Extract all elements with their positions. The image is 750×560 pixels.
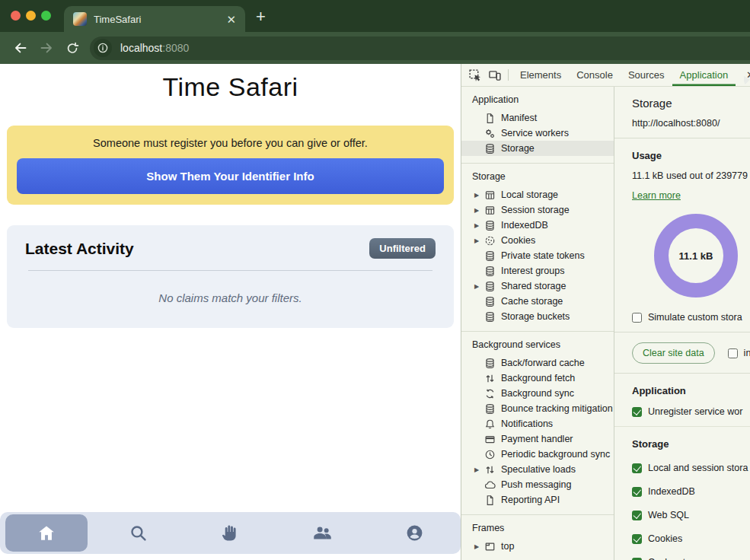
sidebar-item-manifest[interactable]: Manifest bbox=[461, 110, 614, 126]
close-tab-icon[interactable]: ✕ bbox=[226, 14, 236, 25]
cache-storage-checkbox[interactable] bbox=[632, 558, 642, 560]
database-icon bbox=[484, 266, 496, 277]
minimize-window-button[interactable] bbox=[26, 11, 36, 21]
clear-site-data-button[interactable]: Clear site data bbox=[632, 342, 715, 364]
sidebar-item-storage[interactable]: Storage bbox=[461, 141, 614, 156]
web-sql-checkbox[interactable] bbox=[632, 511, 642, 520]
local-session-storage-row[interactable]: Local and session stora bbox=[632, 463, 750, 473]
learn-more-link[interactable]: Learn more bbox=[632, 190, 681, 201]
sidebar-item-notifications[interactable]: Notifications bbox=[461, 416, 614, 431]
gears-icon bbox=[484, 128, 496, 139]
up-down-arrows-icon bbox=[484, 464, 496, 476]
sidebar-item-shared-storage[interactable]: Shared storage bbox=[461, 278, 614, 294]
device-toolbar-icon[interactable] bbox=[488, 68, 501, 81]
devtools-toolbar: Elements Console Sources Application ✕ bbox=[461, 64, 750, 87]
sidebar-item-background-sync[interactable]: Background sync bbox=[461, 386, 614, 401]
tab-application[interactable]: Application bbox=[672, 64, 736, 86]
show-identifier-button[interactable]: Show Them Your Identifier Info bbox=[17, 158, 444, 194]
web-sql-row[interactable]: Web SQL bbox=[632, 510, 750, 520]
home-icon bbox=[37, 523, 56, 543]
sidebar-item-push-messaging[interactable]: Push messaging bbox=[461, 477, 614, 492]
expander-icon[interactable] bbox=[474, 222, 484, 229]
sidebar-item-back-forward-cache[interactable]: Back/forward cache bbox=[461, 355, 614, 371]
storage-origin: http://localhost:8080/ bbox=[632, 118, 750, 129]
url-host: localhost bbox=[120, 42, 162, 54]
sidebar-item-local-storage[interactable]: Local storage bbox=[461, 187, 614, 202]
tab-console[interactable]: Console bbox=[569, 64, 621, 86]
sidebar-item-cache-storage[interactable]: Cache storage bbox=[461, 294, 614, 309]
cookies-row[interactable]: Cookies bbox=[632, 533, 750, 544]
expander-icon[interactable] bbox=[474, 192, 484, 199]
unregister-service-workers-row[interactable]: Unregister service wor bbox=[632, 406, 750, 417]
latest-activity-title: Latest Activity bbox=[25, 240, 134, 258]
cookie-icon bbox=[484, 235, 496, 247]
up-down-arrows-icon bbox=[484, 373, 496, 384]
expander-icon[interactable] bbox=[474, 237, 484, 244]
sidebar-item-top-frame[interactable]: top bbox=[461, 539, 614, 554]
empty-claims-message: No claims match your filters. bbox=[25, 291, 436, 304]
expander-icon[interactable] bbox=[474, 543, 484, 550]
inspect-element-icon[interactable] bbox=[468, 68, 481, 81]
devtools-sidebar: Application Manifest Service workers Sto… bbox=[461, 87, 614, 560]
cookies-checkbox[interactable] bbox=[632, 534, 642, 544]
sidebar-item-payment-handler[interactable]: Payment handler bbox=[461, 431, 614, 447]
site-info-icon[interactable] bbox=[94, 39, 112, 57]
local-session-storage-checkbox[interactable] bbox=[632, 463, 642, 473]
nav-item-home[interactable] bbox=[0, 512, 92, 554]
sidebar-item-service-workers[interactable]: Service workers bbox=[461, 126, 614, 141]
unfiltered-button[interactable]: Unfiltered bbox=[369, 238, 436, 259]
clock-icon bbox=[484, 449, 496, 460]
expander-icon[interactable] bbox=[474, 466, 484, 473]
sidebar-item-private-state-tokens[interactable]: Private state tokens bbox=[461, 248, 614, 263]
unregister-service-workers-checkbox[interactable] bbox=[632, 407, 642, 417]
address-bar[interactable]: localhost:8080 bbox=[90, 37, 750, 60]
nav-item-profile[interactable] bbox=[369, 512, 461, 554]
sidebar-item-cookies[interactable]: Cookies bbox=[461, 233, 614, 248]
section-storage: Storage Local storage Session storage In… bbox=[461, 164, 614, 332]
close-devtools-icon[interactable]: ✕ bbox=[746, 69, 750, 81]
sidebar-item-storage-buckets[interactable]: Storage buckets bbox=[461, 309, 614, 324]
sidebar-item-background-fetch[interactable]: Background fetch bbox=[461, 371, 614, 386]
sidebar-item-session-storage[interactable]: Session storage bbox=[461, 202, 614, 218]
tab-elements[interactable]: Elements bbox=[512, 64, 569, 86]
tab-sources[interactable]: Sources bbox=[621, 64, 672, 86]
nav-item-search[interactable] bbox=[92, 512, 184, 554]
cache-storage-row[interactable]: Cache storage bbox=[632, 557, 750, 560]
url-port: :8080 bbox=[162, 42, 189, 54]
sidebar-item-reporting-api[interactable]: Reporting API bbox=[461, 492, 614, 508]
nav-item-offers[interactable] bbox=[184, 512, 276, 554]
panel-divider bbox=[614, 332, 750, 332]
tab-strip: TimeSafari ✕ + bbox=[0, 0, 750, 32]
browser-tab[interactable]: TimeSafari ✕ bbox=[64, 6, 245, 32]
devtools-panel: Elements Console Sources Application ✕ A… bbox=[461, 64, 750, 560]
forward-button[interactable] bbox=[34, 41, 59, 55]
sidebar-item-indexeddb[interactable]: IndexedDB bbox=[461, 218, 614, 233]
new-tab-button[interactable]: + bbox=[256, 7, 266, 27]
sidebar-item-speculative-loads[interactable]: Speculative loads bbox=[461, 462, 614, 477]
sidebar-item-bounce-tracking-mitigation[interactable]: Bounce tracking mitigation bbox=[461, 401, 614, 416]
expander-icon[interactable] bbox=[474, 207, 484, 214]
nav-item-people[interactable] bbox=[276, 512, 369, 554]
url-text: localhost:8080 bbox=[120, 42, 189, 54]
reload-button[interactable] bbox=[59, 42, 85, 55]
close-window-button[interactable] bbox=[11, 11, 21, 21]
section-header: Frames bbox=[461, 520, 614, 539]
sidebar-item-interest-groups[interactable]: Interest groups bbox=[461, 263, 614, 278]
file-icon bbox=[484, 113, 496, 124]
storage-panel-title: Storage bbox=[632, 97, 750, 110]
expander-icon[interactable] bbox=[474, 283, 484, 290]
maximize-window-button[interactable] bbox=[41, 11, 51, 21]
sidebar-item-periodic-background-sync[interactable]: Periodic background sync bbox=[461, 447, 614, 462]
card-divider bbox=[28, 270, 432, 271]
simulate-quota-row[interactable]: Simulate custom stora bbox=[632, 312, 750, 323]
indexeddb-checkbox[interactable] bbox=[632, 487, 642, 497]
donut-label: 11.1 kB bbox=[679, 250, 713, 262]
third-party-checkbox[interactable] bbox=[728, 348, 738, 358]
bell-icon bbox=[484, 418, 496, 430]
usage-text: 11.1 kB used out of 239779 bbox=[632, 170, 750, 181]
panel-divider bbox=[614, 426, 750, 427]
people-icon bbox=[312, 523, 333, 543]
simulate-quota-checkbox[interactable] bbox=[632, 313, 642, 323]
indexeddb-row[interactable]: IndexedDB bbox=[632, 486, 750, 497]
back-button[interactable] bbox=[8, 41, 34, 55]
